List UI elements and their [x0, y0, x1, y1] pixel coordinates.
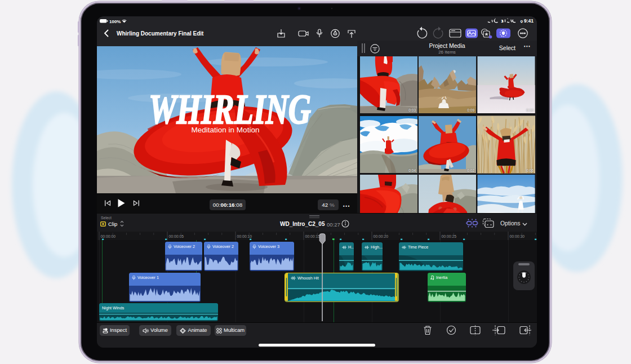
svg-text:00:00:15: 00:00:15 — [305, 234, 321, 238]
svg-text:00:00:25: 00:00:25 — [442, 234, 457, 238]
svg-text:00:00:20: 00:00:20 — [374, 234, 389, 238]
svg-text:00:00:00: 00:00:00 — [101, 234, 116, 238]
svg-text:Meditation in Motion: Meditation in Motion — [192, 126, 260, 134]
svg-text:100%: 100% — [109, 19, 121, 24]
svg-text:00:00:30: 00:00:30 — [510, 234, 525, 238]
svg-text:00:00:05: 00:00:05 — [169, 234, 184, 238]
svg-text:ọ: ọ — [520, 19, 523, 24]
svg-text:1: 1 — [501, 19, 503, 24]
svg-text:00:00:10: 00:00:10 — [237, 234, 252, 238]
svg-text:9:41: 9:41 — [524, 18, 534, 24]
